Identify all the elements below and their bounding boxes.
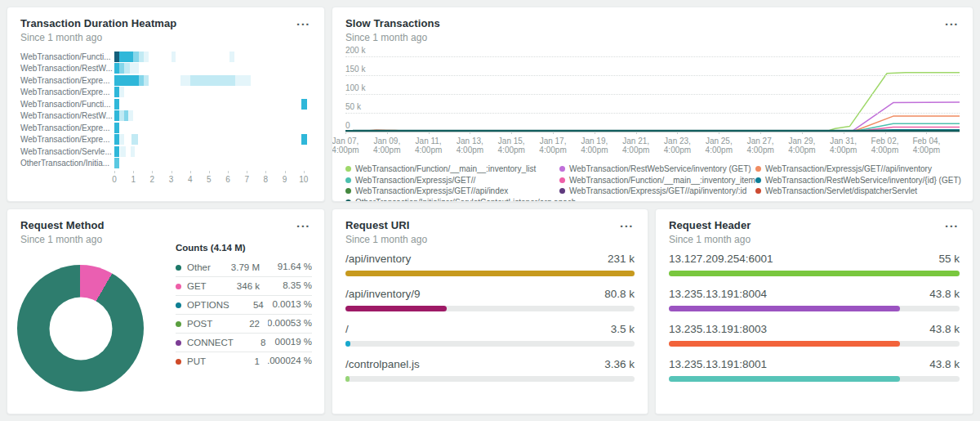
method-table-row: GET346 k8.35 % [176, 276, 312, 295]
bar-fill [669, 376, 900, 382]
bottom-fade [332, 402, 648, 414]
heatmap-row: WebTransaction/Expre... [20, 87, 311, 99]
method-percent: 0.00019 % [274, 337, 313, 348]
heatmap-axis-tick [114, 171, 115, 173]
gridline: 50 k [345, 113, 960, 114]
method-percent-value: 0.00053 % [268, 318, 312, 328]
x-axis-tick [470, 132, 470, 134]
x-axis-date: Jan 11, [415, 137, 442, 146]
panel-subtitle: Since 1 month ago [669, 234, 960, 245]
panel-menu-ellipsis-icon[interactable]: ... [942, 12, 962, 30]
bar-fill [345, 271, 635, 276]
heatmap-row-label: WebTransaction/Functi... [20, 100, 114, 109]
heatmap-cell [144, 75, 149, 86]
heatmap-axis-tick-label: 7 [244, 175, 249, 184]
x-axis-time: 4:00pm [373, 146, 400, 155]
x-axis-tick [636, 132, 637, 134]
legend-item[interactable]: OtherTransaction/Initializer/ServletCont… [345, 197, 559, 203]
x-axis-tick [553, 132, 554, 134]
y-axis-tick-label: 200 k [345, 46, 368, 55]
heatmap-row: WebTransaction/Functi... [20, 51, 311, 63]
x-axis-tick [885, 132, 886, 134]
heatmap-cell [235, 75, 251, 86]
panel-request-method: Request Method Since 1 month ago ... Cou… [7, 208, 325, 414]
x-axis-tick [719, 132, 719, 134]
legend-item-label: WebTransaction/Expressjs/GET// [355, 176, 475, 185]
bar-row-label: 13.127.209.254:6001 [669, 253, 773, 265]
legend-item[interactable]: WebTransaction/RestWebService/inventory/… [755, 175, 961, 186]
bar-fill [669, 341, 900, 347]
method-color-dot-icon [176, 265, 181, 271]
panel-menu-ellipsis-icon[interactable]: ... [293, 214, 314, 232]
x-axis-date: Feb 02, [871, 137, 899, 146]
legend-item[interactable]: WebTransaction/Expressjs/GET// [345, 175, 559, 186]
heatmap-cell [114, 158, 119, 168]
heatmap-axis-tick [190, 171, 191, 173]
heatmap-axis-tick-label: 8 [264, 175, 269, 184]
panel-menu-ellipsis-icon[interactable]: ... [293, 12, 314, 30]
bar-row-value: 80.8 k [604, 288, 635, 300]
bar-list-row: /3.5 k [345, 323, 635, 347]
method-label: GET [187, 281, 222, 291]
method-count: 1 [222, 356, 260, 366]
x-axis-tick [844, 132, 844, 134]
method-color-dot-icon [176, 302, 181, 308]
bar-row-label: / [345, 323, 349, 335]
legend-color-dot-icon [345, 177, 351, 183]
method-count: 8 [234, 338, 266, 347]
legend-item[interactable]: WebTransaction/Expressjs/GET//api/invent… [559, 186, 755, 197]
legend-item[interactable]: WebTransaction/Expressjs/GET//api/invent… [755, 163, 961, 175]
legend-item[interactable]: WebTransaction/Function/__main__:invento… [345, 163, 559, 175]
gridline: 200 k [345, 56, 960, 57]
x-axis-date: Jan 09, [373, 137, 400, 146]
heatmap-cell [119, 134, 124, 145]
legend-color-dot-icon [559, 166, 565, 172]
line-chart-legend: WebTransaction/Function/__main__:invento… [345, 163, 960, 202]
heatmap-axis-tick [228, 171, 229, 173]
legend-item[interactable]: WebTransaction/Servlet/dispatcherServlet [755, 186, 961, 197]
legend-item[interactable]: WebTransaction/RestWebService/inventory … [559, 163, 755, 175]
heatmap-cell [114, 75, 139, 86]
counts-table-rows: Other3.79 M91.64 %GET346 k8.35 %OPTIONS5… [176, 258, 312, 370]
x-axis-tick-label: Jan 13,4:00pm [457, 137, 483, 155]
heatmap-cell [180, 75, 190, 86]
x-axis-time: 4:00pm [706, 146, 733, 155]
heatmap-row-label: WebTransaction/Expre... [20, 123, 114, 132]
x-axis-tick-label: Feb 04,4:00pm [912, 137, 940, 155]
heatmap-axis-tick-label: 10 [299, 175, 308, 184]
panel-subtitle: Since 1 month ago [345, 234, 635, 245]
x-axis-date: Jan 13, [457, 137, 483, 146]
x-axis-time: 4:00pm [498, 146, 525, 155]
heatmap-row: WebTransaction/Expre... [20, 74, 311, 87]
heatmap-axis-tick [172, 171, 172, 173]
panel-menu-ellipsis-icon[interactable]: ... [942, 214, 962, 232]
heatmap-row-label: OtherTransaction/Initia... [20, 159, 114, 168]
x-axis-time: 4:00pm [830, 146, 857, 155]
heatmap-row: WebTransaction/Expre... [20, 122, 311, 134]
method-percent-value: 91.64 % [278, 262, 312, 271]
method-table-row: PUT10.000024 % [176, 352, 312, 370]
x-axis-tick [760, 132, 761, 134]
bottom-fade [656, 402, 973, 414]
legend-column: WebTransaction/Expressjs/GET//api/invent… [755, 163, 961, 202]
bar-fill [669, 271, 960, 276]
panel-menu-ellipsis-icon[interactable]: ... [617, 214, 637, 232]
bar-list-row: /controlpanel.js3.36 k [345, 358, 635, 382]
legend-item-label: WebTransaction/Servlet/dispatcherServlet [765, 186, 917, 195]
y-axis-tick-label: 50 k [345, 102, 363, 111]
heatmap-cell [301, 99, 307, 110]
legend-item[interactable]: WebTransaction/Expressjs/GET//api/index [345, 186, 559, 197]
bar-track [669, 341, 960, 347]
method-percent-value: 0.000024 % [268, 356, 312, 365]
heatmap-row: WebTransaction/Expre... [20, 134, 311, 146]
heatmap-cell [190, 75, 236, 86]
bar-track [345, 306, 635, 311]
heatmap-cell [144, 52, 149, 62]
x-axis-tick-label: Jan 29,4:00pm [788, 137, 815, 155]
method-table-row: OPTIONS540.0013 % [176, 295, 312, 314]
legend-item[interactable]: WebTransaction/Function/__main__:invento… [559, 175, 755, 186]
x-axis-tick [926, 132, 927, 134]
panel-title: Transaction Duration Heatmap [20, 17, 311, 29]
x-axis-time: 4:00pm [332, 146, 359, 155]
heatmap-x-axis: 012345678910 [114, 171, 311, 187]
